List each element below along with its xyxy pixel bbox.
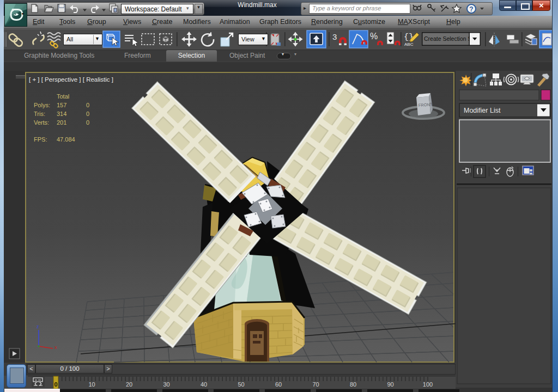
svg-text:z: z — [37, 324, 39, 329]
svg-text:Total: Total — [57, 93, 69, 100]
svg-text:0: 0 — [86, 102, 89, 108]
svg-text:%: % — [370, 32, 378, 41]
svg-text:3: 3 — [332, 32, 337, 41]
svg-text:50: 50 — [238, 381, 244, 388]
svg-text:60: 60 — [275, 381, 282, 388]
svg-text:90: 90 — [387, 381, 393, 388]
svg-text:40: 40 — [201, 381, 207, 388]
svg-text:FRONT: FRONT — [418, 102, 433, 108]
svg-text:0: 0 — [86, 119, 89, 126]
svg-text:ABC: ABC — [404, 42, 414, 47]
svg-text:Tris:: Tris: — [34, 111, 45, 117]
svg-text:100: 100 — [423, 381, 433, 388]
svg-text:[ + ] [ Perspective ] [ Realis: [ + ] [ Perspective ] [ Realistic ] — [29, 76, 113, 83]
svg-text:Create Selection Se: Create Selection Se — [424, 35, 475, 42]
svg-text:?: ? — [469, 5, 473, 13]
svg-text:FPS:: FPS: — [34, 136, 47, 143]
svg-text:20: 20 — [126, 381, 132, 388]
svg-text:157: 157 — [57, 102, 66, 108]
svg-text:0: 0 — [54, 381, 57, 388]
svg-text:x: x — [54, 345, 57, 350]
svg-text:47.084: 47.084 — [57, 136, 75, 143]
svg-text:0: 0 — [86, 111, 89, 117]
svg-text:30: 30 — [163, 381, 169, 388]
svg-text:Verts:: Verts: — [34, 119, 49, 126]
svg-text:10: 10 — [88, 381, 95, 388]
svg-text:70: 70 — [312, 381, 319, 388]
svg-text:201: 201 — [57, 119, 66, 126]
svg-text:80: 80 — [350, 381, 356, 388]
svg-text:Modifier List: Modifier List — [464, 107, 501, 114]
svg-text:Polys:: Polys: — [34, 102, 50, 108]
svg-text:314: 314 — [57, 111, 66, 117]
